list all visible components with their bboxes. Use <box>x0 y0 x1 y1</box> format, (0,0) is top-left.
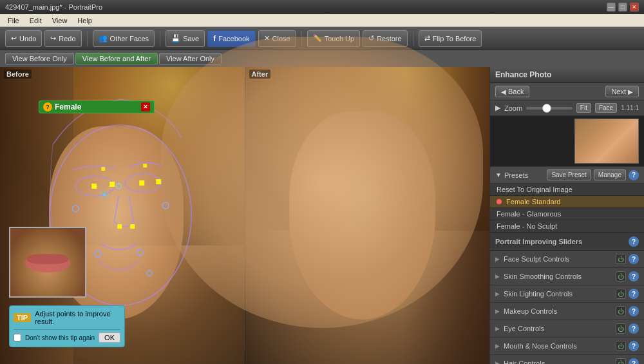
menubar: File Edit View Help <box>0 14 644 27</box>
faces-icon: 👥 <box>99 34 108 43</box>
presets-arrow-icon[interactable]: ▼ <box>495 171 502 178</box>
skin-smoothing-help-button[interactable]: ? <box>629 271 639 282</box>
redo-button[interactable]: ↪ Redo <box>44 30 81 47</box>
next-arrow-icon: ▶ <box>628 88 633 95</box>
tip-checkbox[interactable] <box>14 334 21 341</box>
skin-smoothing-controls: ⏻ ? <box>616 271 639 282</box>
zoom-slider-thumb <box>542 104 551 113</box>
skin-lighting-controls: ⏻ ? <box>616 289 639 299</box>
redo-icon: ↪ <box>50 34 56 43</box>
tip-box: TIP Adjust points to improve result. Don… <box>9 305 125 347</box>
makeup-arrow-icon: ▶ <box>495 308 500 314</box>
preset-female-glamorous[interactable]: Female - Glamorous <box>490 208 644 220</box>
zoom-arrow-icon: ▶ <box>495 104 500 112</box>
after-label: After <box>249 70 271 79</box>
sidebar-nav: ◀ Back Next ▶ <box>490 83 644 101</box>
hair-controls-row[interactable]: ▶ Hair Controls ⏻ ? <box>490 355 644 364</box>
makeup-controls: ⏻ ? <box>616 306 639 316</box>
female-label: ? Female ✕ <box>39 101 155 113</box>
undo-button[interactable]: ↩ Undo <box>5 30 42 47</box>
thumbnail-area <box>490 116 644 167</box>
menu-file[interactable]: File <box>3 15 24 26</box>
mouth-nose-arrow-icon: ▶ <box>495 343 500 349</box>
face-sculpt-controls: ⏻ ? <box>616 254 639 264</box>
tip-checkbox-label: Don't show this tip again <box>25 334 95 341</box>
back-button[interactable]: ◀ Back <box>495 86 529 97</box>
zoom-value: 1.11:1 <box>621 104 639 111</box>
face-sculpt-help-button[interactable]: ? <box>629 254 639 264</box>
tip-header: TIP Adjust points to improve result. <box>14 310 120 325</box>
tip-badge: TIP <box>14 313 31 322</box>
toolbar-separator-2 <box>160 31 160 46</box>
zoom-face-button[interactable]: Face <box>595 103 617 113</box>
view-before-after-button[interactable]: View Before and After <box>75 53 158 64</box>
eye-power-button[interactable]: ⏻ <box>616 323 626 334</box>
tip-ok-button[interactable]: OK <box>99 332 120 343</box>
titlebar-title: 429407_main.jpg* - PortraitPro <box>5 3 102 11</box>
presets-help-button[interactable]: ? <box>629 170 639 180</box>
mouth-nose-power-button[interactable]: ⏻ <box>616 341 626 351</box>
save-preset-button[interactable]: Save Preset <box>547 169 591 180</box>
menu-view[interactable]: View <box>47 15 73 26</box>
maximize-button[interactable]: □ <box>618 3 627 12</box>
preset-list: Reset To Original Image Female Standard … <box>490 184 644 233</box>
minimize-button[interactable]: — <box>607 3 616 12</box>
toolbar-separator-4 <box>413 31 413 46</box>
menu-edit[interactable]: Edit <box>24 15 47 26</box>
makeup-help-button[interactable]: ? <box>629 306 639 316</box>
hair-help-button[interactable]: ? <box>629 358 639 364</box>
sliders-help-button[interactable]: ? <box>629 236 639 247</box>
face-thumbnail <box>9 227 86 298</box>
preset-female-no-sculpt[interactable]: Female - No Sculpt <box>490 220 644 233</box>
preset-reset[interactable]: Reset To Original Image <box>490 184 644 196</box>
before-label: Before <box>4 70 32 79</box>
hair-arrow-icon: ▶ <box>495 360 500 364</box>
selected-dot <box>497 199 502 204</box>
preset-female-standard[interactable]: Female Standard <box>490 196 644 208</box>
right-sidebar: Enhance Photo ◀ Back Next ▶ ▶ Zoom Fit F… <box>489 67 644 364</box>
skin-lighting-help-button[interactable]: ? <box>629 289 639 299</box>
presets-row: ▼ Presets Save Preset Manage ? <box>490 167 644 184</box>
eye-controls-arrow-icon: ▶ <box>495 325 500 332</box>
face-sculpt-power-button[interactable]: ⏻ <box>616 254 626 264</box>
skin-smoothing-power-button[interactable]: ⏻ <box>616 271 626 282</box>
next-button[interactable]: Next ▶ <box>605 86 639 97</box>
facebook-icon: f <box>213 34 216 43</box>
manage-presets-button[interactable]: Manage <box>594 169 626 180</box>
eye-controls-row[interactable]: ▶ Eye Controls ⏻ ? <box>490 320 644 338</box>
skin-smoothing-arrow-icon: ▶ <box>495 273 500 280</box>
zoom-row: ▶ Zoom Fit Face 1.11:1 <box>490 101 644 116</box>
mouth-nose-controls: ⏻ ? <box>616 341 639 351</box>
menu-help[interactable]: Help <box>72 15 97 26</box>
skin-lighting-arrow-icon: ▶ <box>495 291 500 297</box>
eye-controls: ⏻ ? <box>616 323 639 334</box>
face-sculpt-arrow-icon: ▶ <box>495 256 500 262</box>
toolbar-separator-1 <box>87 31 88 46</box>
sliders-section: Portrait Improving Sliders ? ▶ Face Scul… <box>490 233 644 364</box>
eye-help-button[interactable]: ? <box>629 323 639 334</box>
skin-smoothing-row[interactable]: ▶ Skin Smoothing Controls ⏻ ? <box>490 268 644 285</box>
other-faces-button[interactable]: 👥 Other Faces <box>93 30 155 47</box>
skin-lighting-power-button[interactable]: ⏻ <box>616 289 626 299</box>
zoom-fit-button[interactable]: Fit <box>576 103 591 113</box>
flip-icon: ⇄ <box>424 34 430 43</box>
mouth-nose-row[interactable]: ▶ Mouth & Nose Controls ⏻ ? <box>490 338 644 355</box>
makeup-power-button[interactable]: ⏻ <box>616 306 626 316</box>
face-sculpt-row[interactable]: ▶ Face Sculpt Controls ⏻ ? <box>490 251 644 268</box>
titlebar-controls: — □ ✕ <box>607 3 639 12</box>
mouth-nose-help-button[interactable]: ? <box>629 341 639 351</box>
view-before-only-button[interactable]: View Before Only <box>5 53 74 64</box>
save-button[interactable]: 💾 Save <box>166 30 205 47</box>
hair-power-button[interactable]: ⏻ <box>616 358 626 364</box>
sidebar-header: Enhance Photo <box>490 67 644 83</box>
zoom-slider[interactable] <box>526 107 573 110</box>
window-close-button[interactable]: ✕ <box>630 3 639 12</box>
titlebar: 429407_main.jpg* - PortraitPro — □ ✕ <box>0 0 644 14</box>
female-close-button[interactable]: ✕ <box>141 102 150 111</box>
tip-footer: Don't show this tip again OK <box>14 329 120 343</box>
sliders-section-header: Portrait Improving Sliders ? <box>490 233 644 251</box>
skin-lighting-row[interactable]: ▶ Skin Lighting Controls ⏻ ? <box>490 285 644 303</box>
undo-icon: ↩ <box>11 34 17 43</box>
makeup-row[interactable]: ▶ Makeup Controls ⏻ ? <box>490 303 644 320</box>
flip-to-before-button[interactable]: ⇄ Flip To Before <box>419 30 482 47</box>
